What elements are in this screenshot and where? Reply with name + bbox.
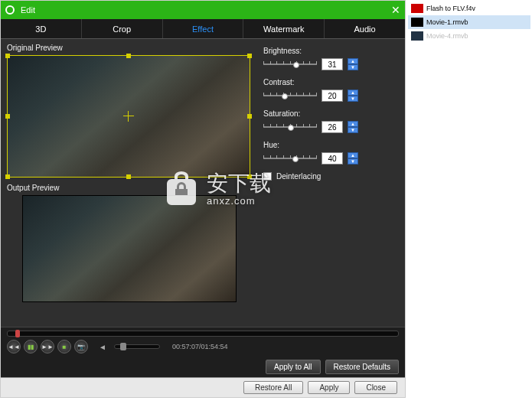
close-button[interactable]: Close bbox=[354, 381, 397, 394]
tab-crop[interactable]: Crop bbox=[82, 19, 163, 38]
pause-button[interactable]: ▮▮ bbox=[24, 340, 38, 354]
hue-slider[interactable] bbox=[263, 154, 317, 163]
hue-label: Hue: bbox=[263, 141, 399, 149]
tab-effect[interactable]: Effect bbox=[163, 19, 244, 38]
titlebar: Edit ✕ bbox=[1, 1, 405, 19]
effect-controls: Brightness: 31 ▲▼ Contrast: bbox=[257, 39, 405, 327]
content-area: Original Preview Output Preview Brightne… bbox=[1, 39, 405, 327]
restore-defaults-button[interactable]: Restore Defaults bbox=[325, 360, 399, 374]
prev-button[interactable]: ◄◄ bbox=[7, 340, 21, 354]
brightness-stepper[interactable]: ▲▼ bbox=[348, 58, 358, 70]
chevron-up-icon[interactable]: ▲ bbox=[348, 152, 358, 158]
volume-icon[interactable]: ◄ bbox=[99, 343, 106, 351]
list-item[interactable]: Movie-1.rmvb bbox=[408, 15, 530, 29]
file-name: Movie-1.rmvb bbox=[426, 18, 468, 26]
edit-window: Edit ✕ 3D Crop Effect Watermark Audio Or… bbox=[0, 0, 406, 398]
file-name: Flash to FLV.f4v bbox=[426, 5, 475, 12]
next-button[interactable]: ►► bbox=[41, 340, 54, 354]
output-preview bbox=[22, 195, 237, 302]
restore-all-button[interactable]: Restore All bbox=[243, 381, 303, 394]
contrast-value[interactable]: 20 bbox=[321, 90, 343, 102]
file-thumb-icon bbox=[411, 31, 423, 41]
brightness-group: Brightness: 31 ▲▼ bbox=[263, 47, 399, 70]
chevron-down-icon[interactable]: ▼ bbox=[348, 158, 358, 165]
apply-to-all-button[interactable]: Apply to All bbox=[266, 360, 320, 374]
file-list: Flash to FLV.f4v Movie-1.rmvb Movie-4.rm… bbox=[408, 2, 530, 43]
tab-watermark[interactable]: Watermark bbox=[243, 19, 325, 38]
file-name: Movie-4.rmvb bbox=[426, 32, 468, 40]
hue-group: Hue: 40 ▲▼ bbox=[263, 141, 399, 165]
crop-center-icon[interactable] bbox=[123, 111, 134, 122]
crop-handle-ml[interactable] bbox=[5, 114, 10, 119]
tabs: 3D Crop Effect Watermark Audio bbox=[1, 19, 405, 39]
volume-thumb[interactable] bbox=[120, 343, 126, 350]
crop-handle-tr[interactable] bbox=[247, 54, 252, 58]
player-bar: ◄◄ ▮▮ ►► ■ 📷 ◄ 00:57:07/01:54:54 bbox=[1, 327, 405, 357]
contrast-label: Contrast: bbox=[263, 78, 399, 86]
original-preview-label: Original Preview bbox=[7, 44, 251, 52]
action-row: Apply to All Restore Defaults bbox=[1, 357, 405, 377]
apply-button[interactable]: Apply bbox=[308, 381, 350, 394]
volume-slider[interactable] bbox=[114, 344, 160, 349]
saturation-stepper[interactable]: ▲▼ bbox=[348, 121, 358, 133]
file-thumb-icon bbox=[411, 4, 423, 13]
time-display: 00:57:07/01:54:54 bbox=[172, 343, 228, 350]
chevron-up-icon[interactable]: ▲ bbox=[348, 121, 358, 127]
preview-column: Original Preview Output Preview bbox=[1, 39, 257, 327]
progress-bar[interactable] bbox=[7, 331, 399, 337]
chevron-up-icon[interactable]: ▲ bbox=[348, 58, 358, 64]
stop-button[interactable]: ■ bbox=[57, 340, 71, 354]
saturation-slider[interactable] bbox=[263, 122, 317, 132]
contrast-stepper[interactable]: ▲▼ bbox=[348, 90, 358, 102]
list-item[interactable]: Flash to FLV.f4v bbox=[408, 2, 530, 15]
chevron-down-icon[interactable]: ▼ bbox=[348, 96, 358, 102]
brightness-slider[interactable] bbox=[263, 60, 317, 69]
close-icon[interactable]: ✕ bbox=[391, 4, 400, 16]
brightness-value[interactable]: 31 bbox=[321, 58, 343, 70]
contrast-group: Contrast: 20 ▲▼ bbox=[263, 78, 399, 102]
brightness-label: Brightness: bbox=[263, 47, 399, 55]
chevron-down-icon[interactable]: ▼ bbox=[348, 64, 358, 70]
chevron-down-icon[interactable]: ▼ bbox=[348, 127, 358, 133]
crop-handle-bc[interactable] bbox=[126, 174, 131, 179]
bottom-bar: Restore All Apply Close bbox=[1, 377, 405, 397]
original-preview[interactable] bbox=[7, 55, 250, 178]
deinterlace-row: Deinterlacing bbox=[263, 172, 399, 181]
app-icon bbox=[5, 5, 15, 15]
deinterlace-label: Deinterlacing bbox=[276, 172, 321, 181]
progress-thumb[interactable] bbox=[15, 330, 20, 337]
tab-3d[interactable]: 3D bbox=[1, 19, 82, 38]
file-thumb-icon bbox=[411, 18, 423, 27]
saturation-label: Saturation: bbox=[263, 109, 399, 118]
list-item[interactable]: Movie-4.rmvb bbox=[408, 29, 530, 43]
deinterlace-checkbox[interactable] bbox=[263, 172, 272, 181]
window-title: Edit bbox=[21, 5, 391, 15]
chevron-up-icon[interactable]: ▲ bbox=[348, 90, 358, 96]
contrast-slider[interactable] bbox=[263, 91, 317, 100]
crop-handle-tl[interactable] bbox=[5, 54, 10, 58]
snapshot-button[interactable]: 📷 bbox=[74, 340, 88, 354]
hue-stepper[interactable]: ▲▼ bbox=[348, 152, 358, 165]
saturation-group: Saturation: 26 ▲▼ bbox=[263, 109, 399, 133]
tab-audio[interactable]: Audio bbox=[325, 19, 405, 38]
saturation-value[interactable]: 26 bbox=[321, 121, 343, 133]
crop-handle-br[interactable] bbox=[247, 174, 252, 179]
crop-handle-tc[interactable] bbox=[126, 54, 131, 58]
crop-handle-mr[interactable] bbox=[247, 114, 252, 119]
crop-handle-bl[interactable] bbox=[5, 174, 10, 179]
hue-value[interactable]: 40 bbox=[321, 152, 343, 165]
output-preview-label: Output Preview bbox=[7, 184, 251, 192]
